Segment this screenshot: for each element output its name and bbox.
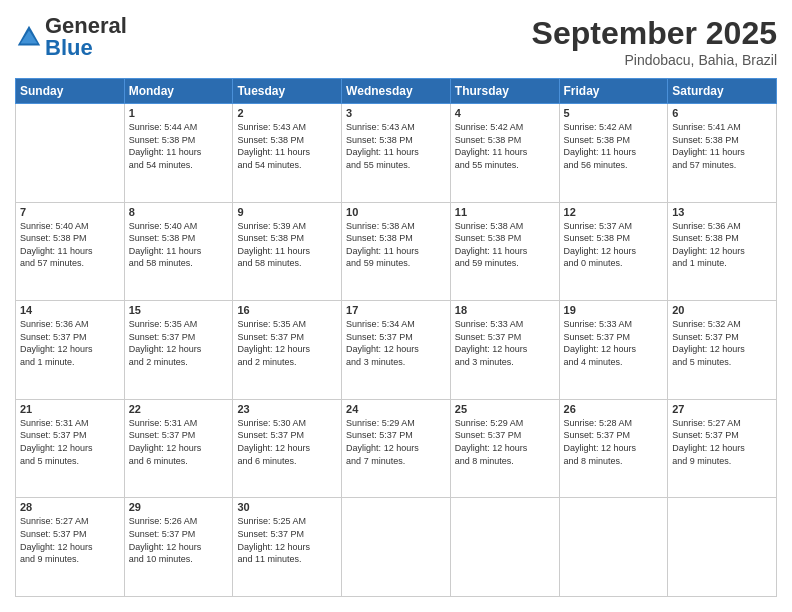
table-row: 24Sunrise: 5:29 AM Sunset: 5:37 PM Dayli…	[342, 399, 451, 498]
week-row-3: 14Sunrise: 5:36 AM Sunset: 5:37 PM Dayli…	[16, 301, 777, 400]
table-row	[450, 498, 559, 597]
col-thursday: Thursday	[450, 79, 559, 104]
day-info: Sunrise: 5:38 AM Sunset: 5:38 PM Dayligh…	[455, 220, 555, 270]
day-info: Sunrise: 5:40 AM Sunset: 5:38 PM Dayligh…	[20, 220, 120, 270]
day-number: 8	[129, 206, 229, 218]
day-info: Sunrise: 5:31 AM Sunset: 5:37 PM Dayligh…	[20, 417, 120, 467]
day-number: 18	[455, 304, 555, 316]
title-area: September 2025 Pindobacu, Bahia, Brazil	[532, 15, 777, 68]
day-number: 23	[237, 403, 337, 415]
day-info: Sunrise: 5:43 AM Sunset: 5:38 PM Dayligh…	[237, 121, 337, 171]
day-number: 11	[455, 206, 555, 218]
day-number: 4	[455, 107, 555, 119]
day-info: Sunrise: 5:26 AM Sunset: 5:37 PM Dayligh…	[129, 515, 229, 565]
calendar-table: Sunday Monday Tuesday Wednesday Thursday…	[15, 78, 777, 597]
day-number: 3	[346, 107, 446, 119]
day-number: 27	[672, 403, 772, 415]
logo-blue: Blue	[45, 35, 93, 60]
day-info: Sunrise: 5:38 AM Sunset: 5:38 PM Dayligh…	[346, 220, 446, 270]
day-number: 29	[129, 501, 229, 513]
table-row: 16Sunrise: 5:35 AM Sunset: 5:37 PM Dayli…	[233, 301, 342, 400]
table-row: 19Sunrise: 5:33 AM Sunset: 5:37 PM Dayli…	[559, 301, 668, 400]
table-row: 6Sunrise: 5:41 AM Sunset: 5:38 PM Daylig…	[668, 104, 777, 203]
day-number: 28	[20, 501, 120, 513]
day-number: 26	[564, 403, 664, 415]
table-row	[668, 498, 777, 597]
page: General Blue September 2025 Pindobacu, B…	[0, 0, 792, 612]
table-row: 30Sunrise: 5:25 AM Sunset: 5:37 PM Dayli…	[233, 498, 342, 597]
day-number: 16	[237, 304, 337, 316]
day-info: Sunrise: 5:36 AM Sunset: 5:37 PM Dayligh…	[20, 318, 120, 368]
day-info: Sunrise: 5:29 AM Sunset: 5:37 PM Dayligh…	[346, 417, 446, 467]
location: Pindobacu, Bahia, Brazil	[532, 52, 777, 68]
day-info: Sunrise: 5:36 AM Sunset: 5:38 PM Dayligh…	[672, 220, 772, 270]
table-row: 14Sunrise: 5:36 AM Sunset: 5:37 PM Dayli…	[16, 301, 125, 400]
day-info: Sunrise: 5:28 AM Sunset: 5:37 PM Dayligh…	[564, 417, 664, 467]
table-row: 5Sunrise: 5:42 AM Sunset: 5:38 PM Daylig…	[559, 104, 668, 203]
day-info: Sunrise: 5:27 AM Sunset: 5:37 PM Dayligh…	[672, 417, 772, 467]
day-number: 14	[20, 304, 120, 316]
table-row: 2Sunrise: 5:43 AM Sunset: 5:38 PM Daylig…	[233, 104, 342, 203]
table-row: 29Sunrise: 5:26 AM Sunset: 5:37 PM Dayli…	[124, 498, 233, 597]
week-row-2: 7Sunrise: 5:40 AM Sunset: 5:38 PM Daylig…	[16, 202, 777, 301]
day-info: Sunrise: 5:35 AM Sunset: 5:37 PM Dayligh…	[237, 318, 337, 368]
day-info: Sunrise: 5:43 AM Sunset: 5:38 PM Dayligh…	[346, 121, 446, 171]
table-row: 22Sunrise: 5:31 AM Sunset: 5:37 PM Dayli…	[124, 399, 233, 498]
week-row-1: 1Sunrise: 5:44 AM Sunset: 5:38 PM Daylig…	[16, 104, 777, 203]
day-number: 20	[672, 304, 772, 316]
day-info: Sunrise: 5:29 AM Sunset: 5:37 PM Dayligh…	[455, 417, 555, 467]
table-row: 10Sunrise: 5:38 AM Sunset: 5:38 PM Dayli…	[342, 202, 451, 301]
day-number: 1	[129, 107, 229, 119]
col-tuesday: Tuesday	[233, 79, 342, 104]
day-number: 21	[20, 403, 120, 415]
day-info: Sunrise: 5:42 AM Sunset: 5:38 PM Dayligh…	[564, 121, 664, 171]
table-row: 18Sunrise: 5:33 AM Sunset: 5:37 PM Dayli…	[450, 301, 559, 400]
table-row: 9Sunrise: 5:39 AM Sunset: 5:38 PM Daylig…	[233, 202, 342, 301]
col-monday: Monday	[124, 79, 233, 104]
logo-text: General Blue	[45, 15, 127, 59]
day-info: Sunrise: 5:27 AM Sunset: 5:37 PM Dayligh…	[20, 515, 120, 565]
col-wednesday: Wednesday	[342, 79, 451, 104]
day-number: 19	[564, 304, 664, 316]
table-row: 23Sunrise: 5:30 AM Sunset: 5:37 PM Dayli…	[233, 399, 342, 498]
table-row: 27Sunrise: 5:27 AM Sunset: 5:37 PM Dayli…	[668, 399, 777, 498]
day-info: Sunrise: 5:40 AM Sunset: 5:38 PM Dayligh…	[129, 220, 229, 270]
table-row: 17Sunrise: 5:34 AM Sunset: 5:37 PM Dayli…	[342, 301, 451, 400]
week-row-4: 21Sunrise: 5:31 AM Sunset: 5:37 PM Dayli…	[16, 399, 777, 498]
table-row: 8Sunrise: 5:40 AM Sunset: 5:38 PM Daylig…	[124, 202, 233, 301]
day-number: 24	[346, 403, 446, 415]
table-row: 26Sunrise: 5:28 AM Sunset: 5:37 PM Dayli…	[559, 399, 668, 498]
day-number: 7	[20, 206, 120, 218]
header-row: Sunday Monday Tuesday Wednesday Thursday…	[16, 79, 777, 104]
table-row: 3Sunrise: 5:43 AM Sunset: 5:38 PM Daylig…	[342, 104, 451, 203]
day-number: 6	[672, 107, 772, 119]
table-row: 4Sunrise: 5:42 AM Sunset: 5:38 PM Daylig…	[450, 104, 559, 203]
table-row: 1Sunrise: 5:44 AM Sunset: 5:38 PM Daylig…	[124, 104, 233, 203]
day-number: 5	[564, 107, 664, 119]
col-friday: Friday	[559, 79, 668, 104]
day-info: Sunrise: 5:33 AM Sunset: 5:37 PM Dayligh…	[564, 318, 664, 368]
day-info: Sunrise: 5:25 AM Sunset: 5:37 PM Dayligh…	[237, 515, 337, 565]
table-row: 15Sunrise: 5:35 AM Sunset: 5:37 PM Dayli…	[124, 301, 233, 400]
day-number: 22	[129, 403, 229, 415]
table-row: 28Sunrise: 5:27 AM Sunset: 5:37 PM Dayli…	[16, 498, 125, 597]
day-number: 2	[237, 107, 337, 119]
logo-icon	[15, 23, 43, 51]
day-info: Sunrise: 5:30 AM Sunset: 5:37 PM Dayligh…	[237, 417, 337, 467]
day-info: Sunrise: 5:32 AM Sunset: 5:37 PM Dayligh…	[672, 318, 772, 368]
day-info: Sunrise: 5:34 AM Sunset: 5:37 PM Dayligh…	[346, 318, 446, 368]
week-row-5: 28Sunrise: 5:27 AM Sunset: 5:37 PM Dayli…	[16, 498, 777, 597]
col-saturday: Saturday	[668, 79, 777, 104]
table-row: 21Sunrise: 5:31 AM Sunset: 5:37 PM Dayli…	[16, 399, 125, 498]
table-row: 12Sunrise: 5:37 AM Sunset: 5:38 PM Dayli…	[559, 202, 668, 301]
table-row: 25Sunrise: 5:29 AM Sunset: 5:37 PM Dayli…	[450, 399, 559, 498]
day-number: 13	[672, 206, 772, 218]
day-number: 25	[455, 403, 555, 415]
day-info: Sunrise: 5:33 AM Sunset: 5:37 PM Dayligh…	[455, 318, 555, 368]
table-row	[16, 104, 125, 203]
day-info: Sunrise: 5:39 AM Sunset: 5:38 PM Dayligh…	[237, 220, 337, 270]
table-row: 11Sunrise: 5:38 AM Sunset: 5:38 PM Dayli…	[450, 202, 559, 301]
day-info: Sunrise: 5:44 AM Sunset: 5:38 PM Dayligh…	[129, 121, 229, 171]
logo: General Blue	[15, 15, 127, 59]
table-row: 13Sunrise: 5:36 AM Sunset: 5:38 PM Dayli…	[668, 202, 777, 301]
